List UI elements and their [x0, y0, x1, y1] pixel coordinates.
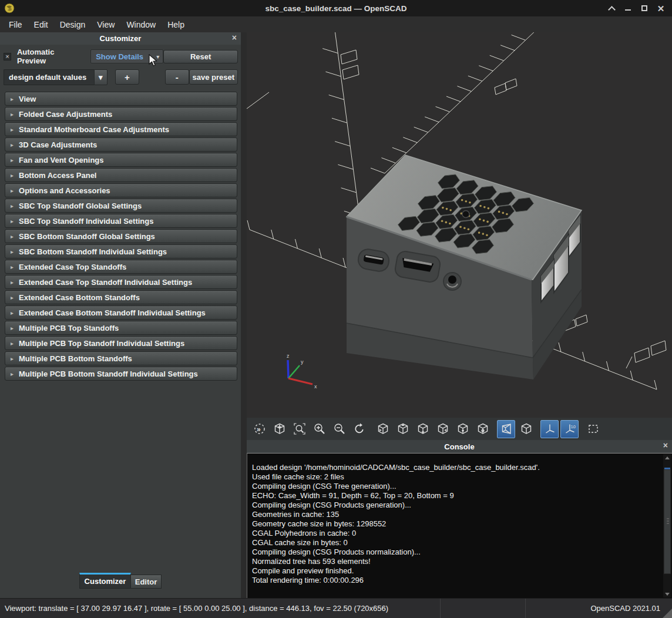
menu-design[interactable]: Design: [54, 18, 92, 31]
openscad-logo-icon: [4, 3, 15, 14]
orthogonal-button[interactable]: [517, 420, 535, 438]
section-label: Extended Case Bottom Standoff Individual…: [19, 308, 206, 317]
section-3d-case-adjustments[interactable]: ▸3D Case Adjustments: [5, 137, 237, 152]
status-spacer: [441, 599, 526, 618]
section-extended-case-top-standoff-individual-settings[interactable]: ▸Extended Case Top Standoff Individual S…: [5, 275, 237, 289]
preset-dropdown[interactable]: design default values ▾: [4, 69, 107, 85]
chevron-right-icon: ▸: [11, 248, 14, 255]
console-close-icon[interactable]: ×: [663, 441, 668, 449]
details-dropdown[interactable]: Show Details ▾: [90, 49, 163, 63]
view-all-icon: [293, 422, 306, 435]
section-extended-case-top-standoffs[interactable]: ▸Extended Case Top Standoffs: [5, 260, 237, 274]
view-left-button[interactable]: [434, 420, 452, 438]
chevron-right-icon: ▸: [11, 340, 14, 347]
section-options-and-accessories[interactable]: ▸Options and Accessories: [5, 183, 237, 197]
section-sbc-top-standoff-global-settings[interactable]: ▸SBC Top Standoff Global Settings: [5, 199, 237, 213]
chevron-right-icon: ▸: [11, 233, 14, 240]
section-sbc-bottom-standoff-global-settings[interactable]: ▸SBC Bottom Standoff Global Settings: [5, 229, 237, 243]
viewport-toolbar: »10: [247, 418, 672, 440]
show-scale-markers-button[interactable]: 10: [560, 420, 579, 438]
add-preset-button[interactable]: +: [115, 69, 139, 85]
menu-help[interactable]: Help: [162, 18, 190, 31]
zoom-in-button[interactable]: [310, 420, 328, 438]
3d-viewport[interactable]: z y x: [247, 32, 672, 418]
menu-file[interactable]: File: [3, 18, 28, 31]
section-sbc-bottom-standoff-individual-settings[interactable]: ▸SBC Bottom Standoff Individual Settings: [5, 244, 237, 258]
view-front-button[interactable]: [453, 420, 472, 438]
section-standard-motherboard-case-adjustments[interactable]: ▸Standard Motherboard Case Adjustments: [5, 122, 237, 136]
chevron-right-icon: ▸: [11, 371, 14, 377]
zoom-in-icon: [313, 422, 326, 435]
tab-editor[interactable]: Editor: [131, 575, 162, 589]
menu-view[interactable]: View: [91, 18, 120, 31]
console-log: Loaded design '/home/hominoid/CADCAM/sbc…: [247, 453, 672, 598]
zoom-out-button[interactable]: [330, 420, 348, 438]
chevron-down-icon: ▾: [156, 53, 159, 60]
render-button[interactable]: [270, 420, 288, 438]
automatic-preview-checkbox[interactable]: ×: [4, 53, 11, 61]
section-label: Fan and Vent Openings: [19, 156, 103, 164]
scrollbar-thumb[interactable]: [664, 469, 671, 574]
chevron-right-icon: ▸: [11, 279, 14, 286]
shade-button[interactable]: [607, 4, 616, 12]
console-line: CGAL Polyhedrons in cache: 0: [252, 529, 659, 538]
tab-customizer[interactable]: Customizer: [79, 573, 131, 589]
customizer-header: Customizer ×: [0, 32, 241, 45]
minimize-button[interactable]: [624, 4, 632, 12]
resize-grip[interactable]: [663, 609, 672, 618]
menu-window[interactable]: Window: [120, 18, 162, 31]
section-label: Multiple PCB Top Standoff Individual Set…: [19, 339, 184, 348]
view-all-button[interactable]: [290, 420, 308, 438]
section-multiple-pcb-top-standoff-individual-settings[interactable]: ▸Multiple PCB Top Standoff Individual Se…: [5, 336, 237, 350]
save-preset-button[interactable]: save preset: [189, 69, 238, 85]
customizer-title: Customizer: [100, 34, 142, 43]
customizer-section-list: ▸View▸Folded Case Adjustments▸Standard M…: [5, 92, 237, 382]
show-axes-icon: [543, 422, 556, 435]
section-extended-case-bottom-standoffs[interactable]: ▸Extended Case Bottom Standoffs: [5, 290, 237, 304]
section-label: SBC Top Standoff Global Settings: [19, 201, 142, 210]
show-crosshairs-button[interactable]: [584, 420, 602, 438]
console-line: Compiling design (CSG Products normaliza…: [252, 548, 659, 557]
perspective-button[interactable]: [497, 420, 515, 438]
section-folded-case-adjustments[interactable]: ▸Folded Case Adjustments: [5, 107, 237, 121]
panel-splitter[interactable]: [241, 32, 247, 598]
view-top-button[interactable]: [394, 420, 412, 438]
chevron-down-icon: ▾: [94, 69, 107, 85]
close-button[interactable]: ✕: [657, 4, 665, 12]
remove-preset-button[interactable]: -: [165, 69, 189, 85]
section-extended-case-bottom-standoff-individual-settings[interactable]: ▸Extended Case Bottom Standoff Individua…: [5, 305, 237, 320]
details-dropdown-value: Show Details: [96, 52, 156, 61]
section-view[interactable]: ▸View: [5, 92, 237, 106]
animate-button[interactable]: »: [250, 420, 268, 438]
console-scrollbar[interactable]: [663, 454, 671, 597]
view-right-button[interactable]: [374, 420, 392, 438]
maximize-button[interactable]: [640, 4, 649, 12]
section-sbc-top-standoff-individual-settings[interactable]: ▸SBC Top Standoff Individual Settings: [5, 214, 237, 228]
section-multiple-pcb-bottom-standoffs[interactable]: ▸Multiple PCB Bottom Standoffs: [5, 351, 237, 365]
view-back-icon: [476, 422, 489, 435]
reset-view-button[interactable]: [350, 420, 368, 438]
console-line: Normalized tree has 593 elements!: [252, 557, 659, 566]
chevron-right-icon: ▸: [11, 142, 14, 148]
view-bottom-button[interactable]: [414, 420, 432, 438]
section-multiple-pcb-bottom-standoff-individual-settings[interactable]: ▸Multiple PCB Bottom Standoff Individual…: [5, 367, 237, 381]
section-label: View: [19, 95, 36, 103]
scroll-up-icon[interactable]: [663, 454, 671, 461]
customizer-close-icon[interactable]: ×: [232, 33, 237, 42]
scroll-down-icon[interactable]: [663, 590, 671, 597]
show-axes-button[interactable]: [540, 420, 559, 438]
reset-button[interactable]: Reset: [163, 50, 238, 63]
section-label: Multiple PCB Top Standoffs: [19, 324, 119, 332]
menu-edit[interactable]: Edit: [28, 18, 54, 31]
chevron-right-icon: ▸: [11, 355, 14, 362]
chevron-right-icon: ▸: [11, 294, 14, 301]
window-title: sbc_case_builder.scad — OpenSCAD: [0, 4, 672, 13]
chevron-right-icon: ▸: [11, 96, 14, 102]
version-text: OpenSCAD 2021.01: [590, 604, 660, 613]
section-multiple-pcb-top-standoffs[interactable]: ▸Multiple PCB Top Standoffs: [5, 321, 237, 335]
section-label: Folded Case Adjustments: [19, 110, 112, 119]
section-bottom-access-panel[interactable]: ▸Bottom Access Panel: [5, 168, 237, 182]
customizer-panel: Customizer × × Automatic Preview Show De…: [0, 32, 241, 598]
section-fan-and-vent-openings[interactable]: ▸Fan and Vent Openings: [5, 153, 237, 167]
view-back-button[interactable]: [473, 420, 492, 438]
